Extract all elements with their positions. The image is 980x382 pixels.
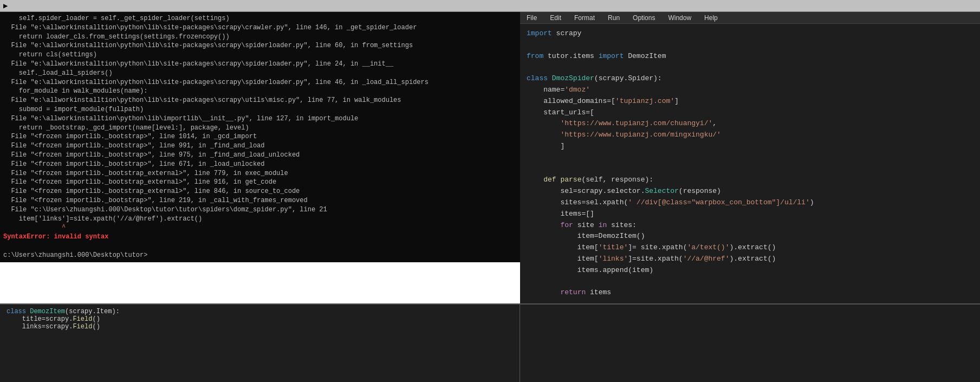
terminal-line: SyntaxError: invalid syntax [3, 232, 517, 242]
code-line: start_urls=[ [527, 107, 973, 119]
terminal-line: c:\Users\zhuangshi.000\Desktop\tutor> [3, 251, 517, 260]
editor-menubar: FileEditFormatRunOptionsWindowHelp [520, 12, 980, 24]
code-line: class DmozSpider(scrapy.Spider): [527, 73, 973, 85]
terminal-line: return _bootstrap._gcd_import(name[level… [3, 124, 517, 133]
terminal-wrapper: self.spider_loader = self._get_spider_lo… [0, 12, 520, 303]
terminal-icon: ▶ [3, 1, 8, 10]
terminal-line: File "e:\allworkinstalltion\python\lib\i… [3, 114, 517, 124]
code-line: item['title']= site.xpath('a/text()').ex… [527, 242, 973, 254]
code-line: def parse(self, response): [527, 174, 973, 186]
terminal-line: File "<frozen importlib._bootstrap>", li… [3, 196, 517, 205]
bottom-area: class DemozItem(scrapy.Item): title=scra… [0, 303, 980, 382]
bottom-code-line: links=scrapy.Field() [7, 323, 513, 331]
terminal-line: for_module in walk_modules(name): [3, 87, 517, 96]
menu-item-file[interactable]: File [524, 13, 539, 23]
terminal-line: File "<frozen importlib._bootstrap_exter… [3, 187, 517, 196]
code-line: sites=sel.xpath(' //div[@class="warpbox_… [527, 197, 973, 209]
terminal-line: self._load_all_spiders() [3, 69, 517, 78]
code-line: return items [527, 287, 973, 299]
terminal-line [3, 242, 517, 251]
bottom-code-line: title=scrapy.Field() [7, 315, 513, 323]
code-line: item['links']=site.xpath('//a/@href').ex… [527, 254, 973, 265]
menu-item-format[interactable]: Format [572, 13, 597, 23]
terminal-line: File "e:\allworkinstalltion\python\lib\s… [3, 23, 517, 33]
terminal-line: File "<frozen importlib._bootstrap>", li… [3, 132, 517, 141]
code-line: import scrapy [527, 28, 973, 40]
menu-item-window[interactable]: Window [666, 13, 693, 23]
terminal-line: self.spider_loader = self._get_spider_lo… [3, 14, 517, 23]
menu-item-run[interactable]: Run [606, 13, 622, 23]
bottom-code-content: class DemozItem(scrapy.Item): title=scra… [0, 305, 520, 334]
menu-item-help[interactable]: Help [702, 13, 720, 23]
terminal-line: return loader_cls.from_settings(settings… [3, 33, 517, 42]
terminal-line: File "e:\allworkinstalltion\python\lib\s… [3, 96, 517, 105]
code-line: items=[] [527, 209, 973, 220]
terminal-line: ^ [3, 223, 517, 232]
code-line: items.append(item) [527, 265, 973, 276]
main-content: self.spider_loader = self._get_spider_lo… [0, 12, 980, 303]
code-line: for site in sites: [527, 220, 973, 231]
editor-code-area[interactable]: import scrapy from tutor.items import De… [520, 24, 980, 303]
terminal-line: File "e:\allworkinstalltion\python\lib\s… [3, 78, 517, 87]
editor-panel: FileEditFormatRunOptionsWindowHelp impor… [520, 12, 980, 303]
menu-item-edit[interactable]: Edit [548, 13, 563, 23]
menu-item-options[interactable]: Options [631, 13, 657, 23]
terminal-line: File "<frozen importlib._bootstrap_exter… [3, 169, 517, 178]
bottom-right-panel [520, 305, 980, 382]
code-line [527, 40, 973, 51]
code-line: 'https://www.tupianzj.com/mingxingku/' [527, 130, 973, 141]
code-line [527, 276, 973, 288]
code-line: name='dmoz' [527, 85, 973, 96]
code-line: from tutor.items import DemozItem [527, 51, 973, 62]
code-line: 'https://www.tupianzj.com/chuangyi/', [527, 118, 973, 130]
terminal-line: return cls(settings) [3, 50, 517, 60]
code-line [527, 62, 973, 73]
terminal-panel[interactable]: self.spider_loader = self._get_spider_lo… [0, 12, 520, 262]
code-line: sel=scrapy.selector.Selector(response) [527, 186, 973, 197]
terminal-line: File "e:\allworkinstalltion\python\lib\s… [3, 60, 517, 69]
code-line: ] [527, 141, 973, 152]
terminal-line: File "<frozen importlib._bootstrap>", li… [3, 160, 517, 169]
window-titlebar: ▶ [0, 0, 980, 12]
bottom-left-panel: class DemozItem(scrapy.Item): title=scra… [0, 305, 520, 382]
terminal-line: File "e:\allworkinstalltion\python\lib\s… [3, 41, 517, 50]
terminal-line: File "c:\Users\zhuangshi.000\Desktop\tut… [3, 205, 517, 215]
terminal-line: submod = import_module(fullpath) [3, 105, 517, 114]
terminal-line: File "<frozen importlib._bootstrap>", li… [3, 141, 517, 151]
terminal-line: item['links']=site.xpath('//a/@href').ex… [3, 215, 517, 224]
code-line [527, 164, 973, 175]
code-line: allowed_domains=['tupianzj.com'] [527, 96, 973, 107]
terminal-line: File "<frozen importlib._bootstrap_exter… [3, 178, 517, 187]
bottom-code-line: class DemozItem(scrapy.Item): [7, 308, 513, 315]
terminal-line: File "<frozen importlib._bootstrap>", li… [3, 151, 517, 160]
code-line: item=DemozItem() [527, 231, 973, 242]
code-line [527, 152, 973, 164]
